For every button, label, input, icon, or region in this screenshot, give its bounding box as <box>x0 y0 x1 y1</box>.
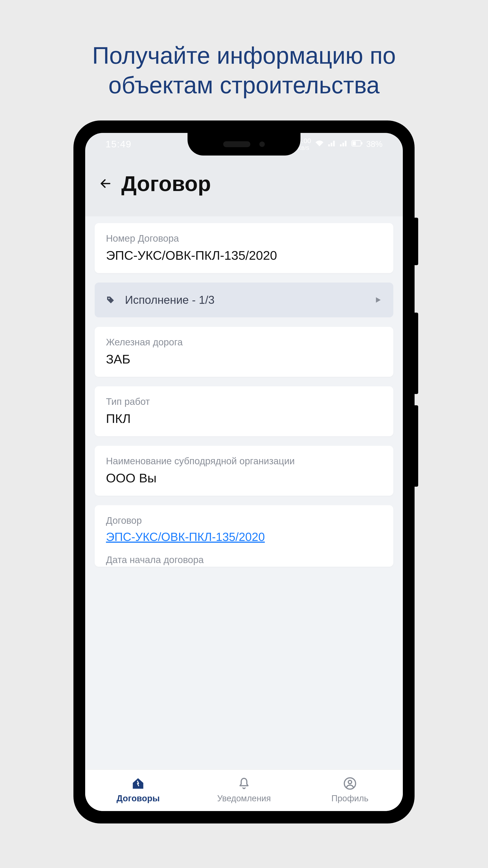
content-scroll[interactable]: Номер Договора ЭПС-УКС/ОВК-ПКЛ-135/2020 … <box>85 216 403 770</box>
value-subcontractor: ООО Вы <box>106 471 382 485</box>
status-execution-row[interactable]: Исполнение - 1/3 <box>95 283 393 317</box>
value-work-type: ПКЛ <box>106 411 382 426</box>
status-execution-text: Исполнение - 1/3 <box>125 293 364 307</box>
notch <box>188 133 300 156</box>
svg-rect-1 <box>361 142 362 145</box>
label-start-date: Дата начала договора <box>106 555 382 565</box>
wifi-icon <box>315 139 324 149</box>
phone-volume-down <box>415 405 418 487</box>
promo-line1: Получайте информацию по <box>92 42 396 69</box>
card-railway: Железная дорога ЗАБ <box>95 327 393 377</box>
status-time: 15:49 <box>105 139 131 150</box>
link-contract-document[interactable]: ЭПС-УКС/ОВК-ПКЛ-135/2020 <box>106 530 265 544</box>
nav-profile-label: Профиль <box>331 794 368 803</box>
phone-frame: 15:49 4.00KB/S <box>73 121 415 824</box>
label-contract-number: Номер Договора <box>106 233 382 244</box>
battery-icon <box>351 140 363 149</box>
nav-notifications[interactable]: Уведомления <box>191 776 297 803</box>
promo-line2: объектам строительства <box>108 72 380 98</box>
card-contract-number: Номер Договора ЭПС-УКС/ОВК-ПКЛ-135/2020 <box>95 223 393 273</box>
value-railway: ЗАБ <box>106 352 382 366</box>
svg-point-5 <box>348 780 352 784</box>
svg-point-3 <box>108 298 109 299</box>
play-icon <box>374 296 382 304</box>
home-icon <box>131 776 145 791</box>
nav-contracts-label: Договоры <box>117 794 160 803</box>
phone-power-button <box>415 218 418 265</box>
label-railway: Железная дорога <box>106 337 382 348</box>
nav-profile[interactable]: Профиль <box>297 776 403 803</box>
notch-camera <box>259 142 265 147</box>
profile-icon <box>343 776 357 791</box>
back-button[interactable] <box>99 177 112 190</box>
status-indicators: 4.00KB/S 38% <box>288 137 383 151</box>
arrow-left-icon <box>99 177 112 190</box>
page-title: Договор <box>121 171 211 196</box>
svg-rect-2 <box>352 141 356 145</box>
notch-speaker <box>223 141 250 147</box>
tag-icon <box>106 296 115 305</box>
label-contract-link: Договор <box>106 515 382 526</box>
card-work-type: Тип работ ПКЛ <box>95 386 393 436</box>
label-subcontractor: Наименование субподрядной организации <box>106 456 382 467</box>
card-contract-link: Договор ЭПС-УКС/ОВК-ПКЛ-135/2020 Дата на… <box>95 505 393 567</box>
bottom-nav: Договоры Уведомления Профиль <box>85 770 403 811</box>
promo-heading: Получайте информацию по объектам строите… <box>0 0 488 121</box>
signal-icon-1 <box>328 140 336 149</box>
header-bar: Договор <box>85 156 403 216</box>
bell-icon <box>236 776 252 791</box>
card-subcontractor: Наименование субподрядной организации ОО… <box>95 446 393 496</box>
screen: 15:49 4.00KB/S <box>85 133 403 811</box>
nav-notifications-label: Уведомления <box>217 794 271 803</box>
phone-volume-up <box>415 313 418 394</box>
value-contract-number: ЭПС-УКС/ОВК-ПКЛ-135/2020 <box>106 248 382 263</box>
signal-icon-2 <box>339 140 348 149</box>
label-work-type: Тип работ <box>106 396 382 407</box>
battery-pct: 38% <box>366 140 383 149</box>
nav-contracts[interactable]: Договоры <box>85 776 191 803</box>
